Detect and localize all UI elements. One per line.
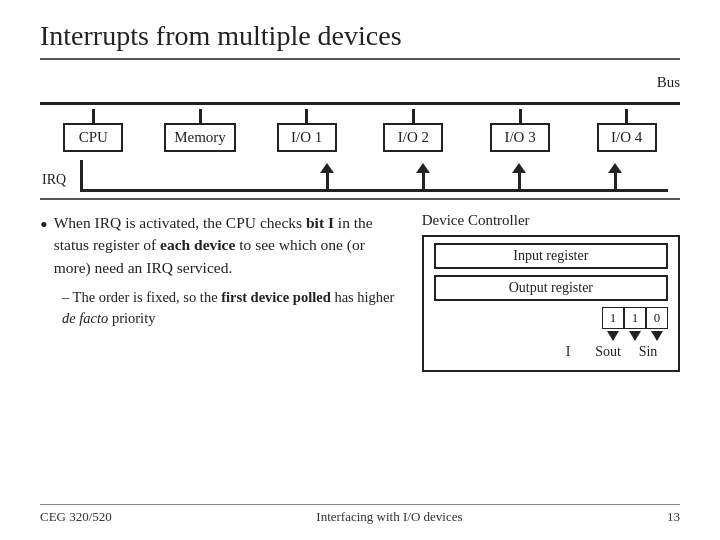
output-register: Output register (434, 275, 668, 301)
footer-left: CEG 320/520 (40, 509, 112, 525)
connector-memory (199, 109, 202, 123)
connector-io3 (519, 109, 522, 123)
bullet-section: • When IRQ is activated, the CPU checks … (40, 212, 402, 504)
irq-arrow-io4 (608, 163, 622, 173)
label-i: I (548, 344, 588, 360)
sub-bullet-end: priority (108, 310, 155, 326)
arrow-i-container (602, 331, 624, 341)
footer-center: Interfacing with I/O devices (316, 509, 462, 525)
connector-io4 (625, 109, 628, 123)
sub-bullet-italic: de facto (62, 310, 108, 326)
label-sout: Sout (588, 344, 628, 360)
bullet-text-1: When IRQ is activated, the CPU checks (54, 214, 306, 231)
slide-title: Interrupts from multiple devices (40, 20, 680, 60)
bullet-bold2: each device (160, 236, 235, 253)
bus-label: Bus (657, 74, 680, 91)
device-io2: I/O 2 (360, 109, 467, 152)
input-register: Input register (434, 243, 668, 269)
device-io4: I/O 4 (573, 109, 680, 152)
io2-box: I/O 2 (383, 123, 443, 152)
irq-vertical-line (80, 160, 83, 190)
arrow-sout-container (624, 331, 646, 341)
memory-box: Memory (164, 123, 236, 152)
arrow-sin-container (646, 331, 668, 341)
io4-box: I/O 4 (597, 123, 657, 152)
irq-label: IRQ (42, 172, 66, 188)
arrow-i (607, 331, 619, 341)
sub-bullet-bold: first device polled (221, 289, 331, 305)
bit-sin: 0 (646, 307, 668, 329)
bullet-text: When IRQ is activated, the CPU checks bi… (54, 212, 402, 279)
connector-io1 (305, 109, 308, 123)
irq-arrow-io1 (320, 163, 334, 173)
bits-row: 1 1 0 (434, 307, 668, 329)
bit-arrows-row (434, 331, 668, 341)
io1-box: I/O 1 (277, 123, 337, 152)
bus-diagram: Bus CPU Memory I/O 1 I/O 2 (40, 74, 680, 194)
cpu-box: CPU (63, 123, 123, 152)
devices-row: CPU Memory I/O 1 I/O 2 I/O 3 (40, 109, 680, 152)
bus-line (40, 102, 680, 105)
device-controller-box: Input register Output register 1 1 0 (422, 235, 680, 372)
bit-i: 1 (602, 307, 624, 329)
footer-right: 13 (667, 509, 680, 525)
device-controller-section: Device Controller Input register Output … (422, 212, 680, 504)
bit-labels-row: I Sout Sin (434, 344, 668, 360)
device-io3: I/O 3 (467, 109, 574, 152)
io3-box: I/O 3 (490, 123, 550, 152)
device-controller-title: Device Controller (422, 212, 530, 229)
irq-horizontal-line (80, 189, 668, 192)
irq-arrow-io3 (512, 163, 526, 173)
device-io1: I/O 1 (253, 109, 360, 152)
sub-bullet: – The order is fixed, so the first devic… (40, 287, 402, 329)
arrow-sin (651, 331, 663, 341)
irq-arrow-io2 (416, 163, 430, 173)
bit-sout: 1 (624, 307, 646, 329)
connector-cpu (92, 109, 95, 123)
main-bullet: • When IRQ is activated, the CPU checks … (40, 212, 402, 279)
device-cpu: CPU (40, 109, 147, 152)
arrow-sout (629, 331, 641, 341)
connector-io2 (412, 109, 415, 123)
device-memory: Memory (147, 109, 254, 152)
sub-bullet-mid: has higher (331, 289, 395, 305)
sub-bullet-prefix: – The order is fixed, so the (62, 289, 221, 305)
label-sin: Sin (628, 344, 668, 360)
bullet-dot: • (40, 212, 48, 279)
content-area: • When IRQ is activated, the CPU checks … (40, 198, 680, 504)
bullet-bold1: bit I (306, 214, 334, 231)
footer: CEG 320/520 Interfacing with I/O devices… (40, 504, 680, 525)
